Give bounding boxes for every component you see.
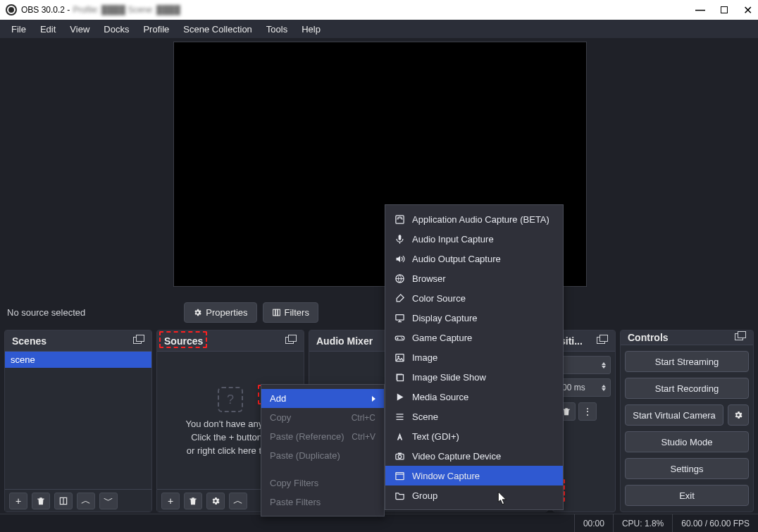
- menu-tools[interactable]: Tools: [259, 24, 294, 35]
- columns-icon: [58, 496, 68, 506]
- svg-rect-17: [398, 452, 402, 454]
- status-time: 00:00: [574, 514, 613, 532]
- folder-icon: [394, 490, 405, 501]
- add-source-button[interactable]: +: [161, 493, 180, 509]
- add-color-source[interactable]: Color Source: [385, 288, 563, 308]
- menu-copy-filters[interactable]: Copy Filters: [261, 474, 384, 493]
- add-game-capture[interactable]: Game Capture: [385, 328, 563, 347]
- svg-rect-14: [397, 374, 403, 381]
- globe-icon: [394, 273, 405, 284]
- properties-button[interactable]: Properties: [184, 302, 256, 323]
- menu-profile[interactable]: Profile: [136, 24, 176, 35]
- add-audio-output[interactable]: Audio Output Capture: [385, 249, 563, 268]
- maximize-button[interactable]: [721, 6, 728, 13]
- obs-logo-icon: [6, 4, 17, 16]
- mouse-cursor-icon: [498, 492, 508, 506]
- exit-button[interactable]: Exit: [625, 485, 749, 506]
- status-cpu: CPU: 1.8%: [613, 514, 672, 532]
- studio-mode-button[interactable]: Studio Mode: [625, 431, 749, 452]
- close-button[interactable]: ✕: [743, 4, 752, 17]
- start-recording-button[interactable]: Start Recording: [625, 378, 749, 399]
- add-app-audio-capture[interactable]: Application Audio Capture (BETA): [385, 209, 563, 229]
- add-video-capture[interactable]: Video Capture Device: [385, 446, 563, 466]
- gear-icon: [193, 308, 202, 317]
- menu-help[interactable]: Help: [294, 24, 328, 35]
- start-virtual-camera-button[interactable]: Start Virtual Camera: [625, 404, 723, 426]
- transition-select[interactable]: [557, 356, 611, 374]
- text-icon: [394, 431, 405, 442]
- delete-scene-button[interactable]: [32, 493, 50, 509]
- svg-rect-2: [278, 309, 280, 316]
- dock-sources-header[interactable]: Sources: [157, 330, 304, 352]
- app-title-obscured: Profile: ████ Scene: ████: [73, 5, 180, 15]
- titlebar: OBS 30.0.2 - Profile: ████ Scene: ████ —…: [0, 0, 758, 20]
- play-icon: [394, 391, 405, 402]
- filters-button[interactable]: Filters: [263, 302, 318, 323]
- source-selection-status: No source selected: [6, 307, 85, 318]
- source-up-button[interactable]: ︿: [229, 493, 247, 509]
- popout-icon[interactable]: [735, 333, 746, 342]
- dock-controls-header[interactable]: Controls: [621, 330, 753, 345]
- minimize-button[interactable]: —: [695, 4, 705, 16]
- menu-copy[interactable]: CopyCtrl+C: [261, 408, 384, 427]
- add-browser[interactable]: Browser: [385, 268, 563, 288]
- mic-icon: [394, 233, 405, 245]
- trash-icon: [188, 496, 198, 506]
- scene-item-selected[interactable]: scene: [5, 352, 151, 368]
- popout-icon[interactable]: [285, 337, 297, 345]
- window-icon: [394, 470, 405, 481]
- menu-paste-reference[interactable]: Paste (Reference)Ctrl+V: [261, 427, 384, 446]
- display-icon: [394, 312, 405, 323]
- menu-view[interactable]: View: [63, 24, 97, 35]
- scene-down-button[interactable]: ﹀: [99, 493, 118, 509]
- dock-scenes-header[interactable]: Scenes: [5, 330, 151, 352]
- add-image-slideshow[interactable]: Image Slide Show: [385, 367, 563, 387]
- add-scene-button[interactable]: +: [9, 493, 27, 509]
- add-display-capture[interactable]: Display Capture: [385, 308, 563, 328]
- menu-paste-filters[interactable]: Paste Filters: [261, 493, 384, 512]
- menu-docks[interactable]: Docks: [97, 24, 136, 35]
- delete-source-button[interactable]: [184, 493, 202, 509]
- popout-icon[interactable]: [133, 337, 144, 345]
- svg-point-11: [402, 338, 403, 339]
- scene-up-button[interactable]: ︿: [77, 493, 95, 509]
- dock-mixer-title: Audio Mixer: [316, 335, 373, 347]
- menu-file[interactable]: File: [4, 24, 33, 35]
- dock-scenes: Scenes scene + ︿ ﹀: [4, 330, 152, 512]
- camera-icon: [394, 450, 405, 462]
- image-icon: [394, 352, 405, 363]
- add-scene[interactable]: Scene: [385, 407, 563, 426]
- settings-button[interactable]: Settings: [625, 458, 749, 479]
- trash-icon: [36, 496, 46, 506]
- svg-point-10: [401, 337, 402, 338]
- dock-controls-title: Controls: [628, 332, 669, 343]
- start-streaming-button[interactable]: Start Streaming: [625, 351, 749, 372]
- workspace: No source selected Properties Filters Sc…: [0, 38, 758, 532]
- add-audio-input[interactable]: Audio Input Capture: [385, 229, 563, 249]
- add-group[interactable]: Group: [385, 485, 563, 505]
- transition-duration[interactable]: 00 ms: [557, 378, 611, 397]
- source-settings-button[interactable]: [206, 493, 225, 509]
- filters-icon: [272, 308, 281, 317]
- context-menu-sources: Add CopyCtrl+C Paste (Reference)Ctrl+V P…: [261, 384, 385, 516]
- dock-controls: Controls Start Streaming Start Recording…: [620, 330, 754, 512]
- svg-point-16: [398, 454, 401, 457]
- add-text[interactable]: Text (GDI+): [385, 426, 563, 446]
- status-fps: 60.00 / 60.00 FPS: [672, 514, 758, 532]
- popout-icon[interactable]: [597, 337, 608, 345]
- menu-paste-duplicate[interactable]: Paste (Duplicate): [261, 446, 384, 465]
- svg-rect-6: [398, 235, 401, 240]
- virtual-camera-gear-button[interactable]: [728, 404, 749, 426]
- brush-icon: [394, 292, 405, 304]
- menu-add[interactable]: Add: [261, 389, 384, 408]
- scene-filter-button[interactable]: [54, 493, 73, 509]
- add-window-capture[interactable]: Window Capture: [385, 466, 563, 485]
- add-image[interactable]: Image: [385, 347, 563, 367]
- menu-edit[interactable]: Edit: [33, 24, 63, 35]
- chevron-right-icon: [372, 396, 375, 402]
- spinner-icon: [602, 385, 606, 391]
- add-media-source[interactable]: Media Source: [385, 387, 563, 407]
- transition-more-button[interactable]: ⋮: [578, 402, 597, 421]
- spinner-icon: [602, 362, 606, 369]
- menu-scene-collection[interactable]: Scene Collection: [176, 24, 259, 35]
